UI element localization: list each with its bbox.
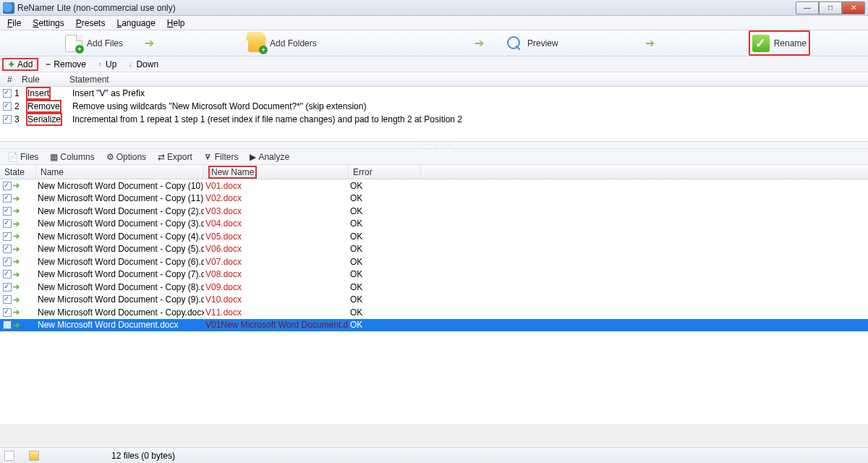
rule-row[interactable]: 2RemoveRemove using wildcards "New Micro…	[0, 100, 868, 113]
file-row[interactable]: ➔New Microsoft Word Document - Copy (7).…	[0, 268, 868, 281]
arrow-icon: ➔	[13, 206, 20, 216]
file-newname: V09.docx	[204, 282, 349, 292]
file-error: OK	[349, 320, 421, 330]
file-row[interactable]: ➔New Microsoft Word Document - Copy (8).…	[0, 281, 868, 294]
arrow-icon: ➔	[13, 245, 20, 254]
file-checkbox[interactable]	[3, 207, 12, 216]
menu-help[interactable]: Help	[161, 17, 191, 30]
columns-menu[interactable]: ▦ Columns	[45, 150, 99, 163]
file-checkbox[interactable]	[3, 232, 12, 241]
menu-settings[interactable]: Settings	[27, 17, 69, 30]
file-checkbox[interactable]	[3, 182, 12, 190]
file-checkbox[interactable]	[3, 283, 12, 292]
file-row[interactable]: ➔New Microsoft Word Document - Copy (2).…	[0, 205, 868, 218]
rule-row[interactable]: 1InsertInsert "V" as Prefix	[0, 87, 868, 100]
file-name: New Microsoft Word Document - Copy (8).d…	[36, 282, 204, 292]
file-checkbox[interactable]	[3, 270, 12, 279]
arrow-icon: ➔	[13, 320, 20, 330]
files-header: State Name New Name Error	[0, 165, 868, 179]
analyze-menu[interactable]: ▶ Analyze	[244, 150, 294, 163]
file-error: OK	[349, 244, 421, 254]
move-up-button[interactable]: ↑Up	[92, 58, 121, 71]
rule-num: 3	[13, 114, 26, 124]
file-row[interactable]: ➔New Microsoft Word Document - Copy (3).…	[0, 218, 868, 231]
arrow-icon: ➔	[13, 282, 20, 292]
arrow-icon: ➔	[475, 36, 484, 50]
file-checkbox[interactable]	[3, 258, 12, 266]
rule-num: 2	[13, 101, 26, 111]
file-checkbox[interactable]	[3, 219, 12, 228]
export-menu[interactable]: ⇄ Export	[153, 150, 197, 163]
file-error: OK	[349, 257, 421, 267]
status-icon[interactable]	[4, 451, 14, 461]
options-menu[interactable]: ⚙ Options	[101, 150, 151, 163]
file-row[interactable]: ➔New Microsoft Word Document - Copy (5).…	[0, 243, 868, 256]
file-checkbox[interactable]	[3, 245, 12, 253]
rule-checkbox[interactable]	[3, 115, 12, 124]
file-row[interactable]: ➔New Microsoft Word Document - Copy (4).…	[0, 230, 868, 243]
files-menu[interactable]: 📄 Files	[2, 150, 43, 163]
status-bar: 12 files (0 bytes)	[0, 447, 868, 463]
add-files-button[interactable]: + Add Files	[58, 30, 130, 56]
app-icon	[3, 2, 14, 14]
col-number[interactable]: #	[3, 75, 17, 85]
file-row[interactable]: ➔New Microsoft Word Document - Copy (10)…	[0, 179, 868, 192]
file-error: OK	[349, 206, 421, 216]
remove-rule-button[interactable]: ━Remove	[40, 58, 90, 71]
file-checkbox[interactable]	[3, 320, 12, 329]
rule-row[interactable]: 3SerializeIncremental from 1 repeat 1 st…	[0, 113, 868, 126]
menu-language[interactable]: Language	[111, 17, 161, 30]
file-name: New Microsoft Word Document - Copy (6).d…	[36, 257, 204, 267]
minimize-button[interactable]: —	[796, 1, 819, 14]
add-files-label: Add Files	[87, 38, 123, 48]
file-newname: V01New Microsoft Word Document.docx	[204, 320, 349, 330]
status-icon[interactable]	[29, 451, 39, 461]
close-button[interactable]: ✕	[842, 1, 865, 14]
folder-plus-icon: +	[248, 35, 265, 52]
col-statement[interactable]: Statement	[65, 75, 868, 85]
file-row[interactable]: ➔New Microsoft Word Document - Copy (11)…	[0, 192, 868, 205]
col-newname[interactable]: New Name	[204, 165, 349, 179]
file-row[interactable]: ➔New Microsoft Word Document - Copy (9).…	[0, 294, 868, 307]
col-error[interactable]: Error	[349, 165, 421, 179]
file-error: OK	[349, 181, 421, 191]
col-rule[interactable]: Rule	[17, 75, 65, 85]
file-error: OK	[349, 232, 421, 242]
preview-button[interactable]: Preview	[498, 30, 566, 56]
add-folders-label: Add Folders	[270, 38, 317, 48]
file-error: OK	[349, 282, 421, 292]
file-row[interactable]: ➔New Microsoft Word Document - Copy.docx…	[0, 306, 868, 319]
check-icon: ✓	[752, 35, 770, 52]
file-name: New Microsoft Word Document - Copy (2).d…	[36, 206, 204, 216]
menu-file[interactable]: File	[1, 17, 27, 30]
rule-checkbox[interactable]	[3, 89, 12, 98]
remove-label: Remove	[54, 59, 86, 69]
move-down-button[interactable]: ↓Down	[122, 58, 163, 71]
maximize-button[interactable]: □	[819, 1, 842, 14]
file-name: New Microsoft Word Document - Copy (4).d…	[36, 232, 204, 242]
col-name[interactable]: Name	[36, 165, 204, 179]
file-checkbox[interactable]	[3, 308, 12, 317]
up-label: Up	[106, 59, 116, 69]
rule-checkbox[interactable]	[3, 102, 12, 111]
file-row[interactable]: ➔New Microsoft Word Document - Copy (6).…	[0, 255, 868, 268]
arrow-icon: ➔	[13, 194, 20, 203]
file-checkbox[interactable]	[3, 194, 12, 203]
rename-button[interactable]: ✓ Rename	[749, 30, 810, 56]
rename-label: Rename	[774, 38, 807, 48]
add-folders-button[interactable]: + Add Folders	[241, 30, 324, 56]
arrow-icon: ➔	[13, 295, 20, 305]
splitter[interactable]: · · · · · ·	[0, 142, 868, 149]
rule-name: Serialize	[26, 114, 72, 124]
filters-menu[interactable]: ⛛ Filters	[199, 150, 244, 163]
file-checkbox[interactable]	[3, 295, 12, 304]
file-error: OK	[349, 193, 421, 203]
col-state[interactable]: State	[0, 165, 36, 179]
file-newname: V06.docx	[204, 244, 349, 254]
main-toolbar: + Add Files ➔ + Add Folders ➔ Preview ➔ …	[0, 30, 868, 56]
add-rule-button[interactable]: ✚Add	[2, 58, 38, 71]
menu-presets[interactable]: Presets	[70, 17, 111, 30]
file-row[interactable]: ➔New Microsoft Word Document.docxV01New …	[0, 319, 868, 332]
titlebar: ReNamer Lite (non-commercial use only) —…	[0, 0, 868, 16]
rule-statement: Remove using wildcards "New Microsoft Wo…	[72, 101, 868, 111]
